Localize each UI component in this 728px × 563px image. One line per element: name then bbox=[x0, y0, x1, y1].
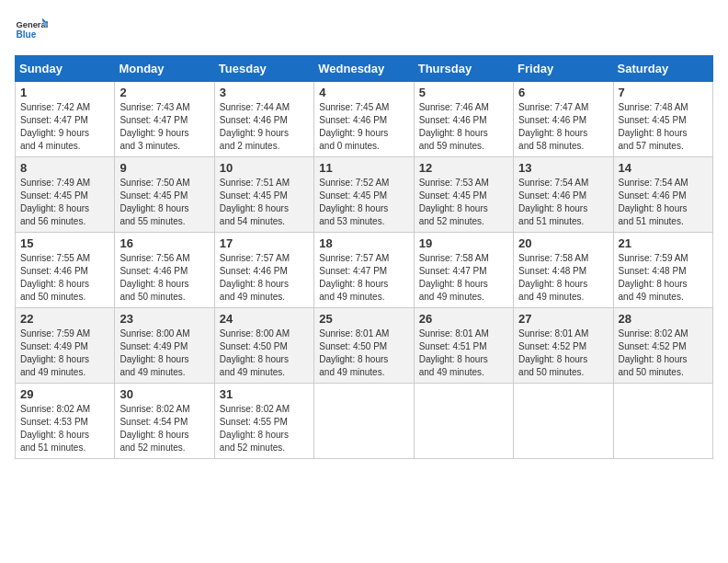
empty-cell bbox=[613, 384, 712, 459]
day-number: 9 bbox=[119, 161, 209, 175]
day-cell-8: 8Sunrise: 7:49 AMSunset: 4:45 PMDaylight… bbox=[16, 157, 115, 233]
day-info: Sunrise: 7:45 AMSunset: 4:46 PMDaylight:… bbox=[319, 101, 408, 153]
day-info: Sunrise: 7:44 AMSunset: 4:46 PMDaylight:… bbox=[220, 101, 309, 153]
weekday-header-saturday: Saturday bbox=[613, 56, 712, 82]
day-number: 24 bbox=[220, 312, 309, 326]
day-cell-28: 28Sunrise: 8:02 AMSunset: 4:52 PMDayligh… bbox=[613, 308, 712, 384]
day-number: 27 bbox=[518, 312, 608, 326]
day-cell-10: 10Sunrise: 7:51 AMSunset: 4:45 PMDayligh… bbox=[214, 157, 313, 233]
day-number: 1 bbox=[20, 86, 109, 99]
day-info: Sunrise: 7:42 AMSunset: 4:47 PMDaylight:… bbox=[20, 101, 109, 153]
day-cell-20: 20Sunrise: 7:58 AMSunset: 4:48 PMDayligh… bbox=[514, 233, 613, 308]
day-cell-23: 23Sunrise: 8:00 AMSunset: 4:49 PMDayligh… bbox=[115, 308, 214, 384]
day-info: Sunrise: 7:47 AMSunset: 4:46 PMDaylight:… bbox=[518, 101, 608, 153]
week-row-4: 22Sunrise: 7:59 AMSunset: 4:49 PMDayligh… bbox=[16, 308, 713, 384]
calendar-table: SundayMondayTuesdayWednesdayThursdayFrid… bbox=[15, 55, 713, 459]
calendar-header: SundayMondayTuesdayWednesdayThursdayFrid… bbox=[16, 56, 713, 82]
day-number: 30 bbox=[119, 387, 209, 401]
day-info: Sunrise: 7:49 AMSunset: 4:45 PMDaylight:… bbox=[20, 177, 109, 228]
day-number: 22 bbox=[20, 312, 109, 326]
day-cell-30: 30Sunrise: 8:02 AMSunset: 4:54 PMDayligh… bbox=[115, 384, 214, 459]
day-number: 16 bbox=[119, 236, 209, 250]
day-number: 21 bbox=[619, 236, 708, 250]
day-cell-25: 25Sunrise: 8:01 AMSunset: 4:50 PMDayligh… bbox=[314, 308, 414, 384]
day-number: 10 bbox=[220, 161, 309, 175]
day-number: 25 bbox=[319, 312, 408, 326]
logo-svg: General Blue bbox=[15, 15, 48, 48]
day-info: Sunrise: 7:58 AMSunset: 4:47 PMDaylight:… bbox=[419, 252, 508, 304]
day-cell-6: 6Sunrise: 7:47 AMSunset: 4:46 PMDaylight… bbox=[514, 82, 613, 157]
day-info: Sunrise: 7:54 AMSunset: 4:46 PMDaylight:… bbox=[518, 177, 608, 228]
day-cell-13: 13Sunrise: 7:54 AMSunset: 4:46 PMDayligh… bbox=[514, 157, 613, 233]
svg-text:Blue: Blue bbox=[16, 29, 36, 40]
day-number: 15 bbox=[20, 236, 109, 250]
day-info: Sunrise: 7:56 AMSunset: 4:46 PMDaylight:… bbox=[119, 252, 209, 304]
day-info: Sunrise: 7:54 AMSunset: 4:46 PMDaylight:… bbox=[619, 177, 708, 228]
day-info: Sunrise: 7:50 AMSunset: 4:45 PMDaylight:… bbox=[119, 177, 209, 228]
day-cell-12: 12Sunrise: 7:53 AMSunset: 4:45 PMDayligh… bbox=[414, 157, 513, 233]
day-number: 20 bbox=[518, 236, 608, 250]
weekday-row: SundayMondayTuesdayWednesdayThursdayFrid… bbox=[16, 56, 713, 82]
day-number: 17 bbox=[220, 236, 309, 250]
day-cell-2: 2Sunrise: 7:43 AMSunset: 4:47 PMDaylight… bbox=[115, 82, 214, 157]
day-info: Sunrise: 8:01 AMSunset: 4:51 PMDaylight:… bbox=[419, 327, 508, 379]
weekday-header-thursday: Thursday bbox=[414, 56, 513, 82]
day-info: Sunrise: 7:58 AMSunset: 4:48 PMDaylight:… bbox=[518, 252, 608, 304]
weekday-header-tuesday: Tuesday bbox=[214, 56, 313, 82]
day-info: Sunrise: 7:52 AMSunset: 4:45 PMDaylight:… bbox=[319, 177, 408, 228]
week-row-5: 29Sunrise: 8:02 AMSunset: 4:53 PMDayligh… bbox=[16, 384, 713, 459]
day-number: 3 bbox=[220, 86, 309, 99]
day-number: 26 bbox=[419, 312, 508, 326]
day-info: Sunrise: 7:57 AMSunset: 4:46 PMDaylight:… bbox=[220, 252, 309, 304]
day-cell-1: 1Sunrise: 7:42 AMSunset: 4:47 PMDaylight… bbox=[16, 82, 115, 157]
day-number: 4 bbox=[319, 86, 408, 99]
empty-cell bbox=[514, 384, 613, 459]
week-row-3: 15Sunrise: 7:55 AMSunset: 4:46 PMDayligh… bbox=[16, 233, 713, 308]
day-cell-21: 21Sunrise: 7:59 AMSunset: 4:48 PMDayligh… bbox=[613, 233, 712, 308]
day-info: Sunrise: 8:00 AMSunset: 4:50 PMDaylight:… bbox=[220, 327, 309, 379]
day-number: 23 bbox=[119, 312, 209, 326]
day-info: Sunrise: 7:53 AMSunset: 4:45 PMDaylight:… bbox=[419, 177, 508, 228]
day-cell-11: 11Sunrise: 7:52 AMSunset: 4:45 PMDayligh… bbox=[314, 157, 414, 233]
day-info: Sunrise: 8:01 AMSunset: 4:50 PMDaylight:… bbox=[319, 327, 408, 379]
page-header: General Blue bbox=[15, 15, 713, 48]
day-number: 5 bbox=[419, 86, 508, 99]
calendar-body: 1Sunrise: 7:42 AMSunset: 4:47 PMDaylight… bbox=[16, 82, 713, 459]
day-cell-4: 4Sunrise: 7:45 AMSunset: 4:46 PMDaylight… bbox=[314, 82, 414, 157]
day-cell-5: 5Sunrise: 7:46 AMSunset: 4:46 PMDaylight… bbox=[414, 82, 513, 157]
week-row-2: 8Sunrise: 7:49 AMSunset: 4:45 PMDaylight… bbox=[16, 157, 713, 233]
day-number: 11 bbox=[319, 161, 408, 175]
day-info: Sunrise: 8:02 AMSunset: 4:54 PMDaylight:… bbox=[119, 403, 209, 454]
day-number: 29 bbox=[20, 387, 109, 401]
day-number: 7 bbox=[619, 86, 708, 99]
weekday-header-monday: Monday bbox=[115, 56, 214, 82]
day-cell-29: 29Sunrise: 8:02 AMSunset: 4:53 PMDayligh… bbox=[16, 384, 115, 459]
day-number: 19 bbox=[419, 236, 508, 250]
day-cell-3: 3Sunrise: 7:44 AMSunset: 4:46 PMDaylight… bbox=[214, 82, 313, 157]
day-info: Sunrise: 7:51 AMSunset: 4:45 PMDaylight:… bbox=[220, 177, 309, 228]
day-info: Sunrise: 8:01 AMSunset: 4:52 PMDaylight:… bbox=[518, 327, 608, 379]
day-cell-16: 16Sunrise: 7:56 AMSunset: 4:46 PMDayligh… bbox=[115, 233, 214, 308]
day-number: 31 bbox=[220, 387, 309, 401]
day-cell-17: 17Sunrise: 7:57 AMSunset: 4:46 PMDayligh… bbox=[214, 233, 313, 308]
day-cell-31: 31Sunrise: 8:02 AMSunset: 4:55 PMDayligh… bbox=[214, 384, 313, 459]
day-number: 8 bbox=[20, 161, 109, 175]
weekday-header-friday: Friday bbox=[514, 56, 613, 82]
day-cell-18: 18Sunrise: 7:57 AMSunset: 4:47 PMDayligh… bbox=[314, 233, 414, 308]
day-number: 28 bbox=[619, 312, 708, 326]
day-number: 18 bbox=[319, 236, 408, 250]
day-cell-15: 15Sunrise: 7:55 AMSunset: 4:46 PMDayligh… bbox=[16, 233, 115, 308]
logo: General Blue bbox=[15, 15, 48, 48]
week-row-1: 1Sunrise: 7:42 AMSunset: 4:47 PMDaylight… bbox=[16, 82, 713, 157]
day-info: Sunrise: 7:59 AMSunset: 4:49 PMDaylight:… bbox=[20, 327, 109, 379]
day-info: Sunrise: 8:02 AMSunset: 4:52 PMDaylight:… bbox=[619, 327, 708, 379]
day-info: Sunrise: 8:00 AMSunset: 4:49 PMDaylight:… bbox=[119, 327, 209, 379]
day-info: Sunrise: 7:59 AMSunset: 4:48 PMDaylight:… bbox=[619, 252, 708, 304]
day-cell-7: 7Sunrise: 7:48 AMSunset: 4:45 PMDaylight… bbox=[613, 82, 712, 157]
day-cell-9: 9Sunrise: 7:50 AMSunset: 4:45 PMDaylight… bbox=[115, 157, 214, 233]
day-number: 14 bbox=[619, 161, 708, 175]
weekday-header-wednesday: Wednesday bbox=[314, 56, 414, 82]
day-number: 13 bbox=[518, 161, 608, 175]
day-info: Sunrise: 8:02 AMSunset: 4:55 PMDaylight:… bbox=[220, 403, 309, 454]
day-cell-22: 22Sunrise: 7:59 AMSunset: 4:49 PMDayligh… bbox=[16, 308, 115, 384]
